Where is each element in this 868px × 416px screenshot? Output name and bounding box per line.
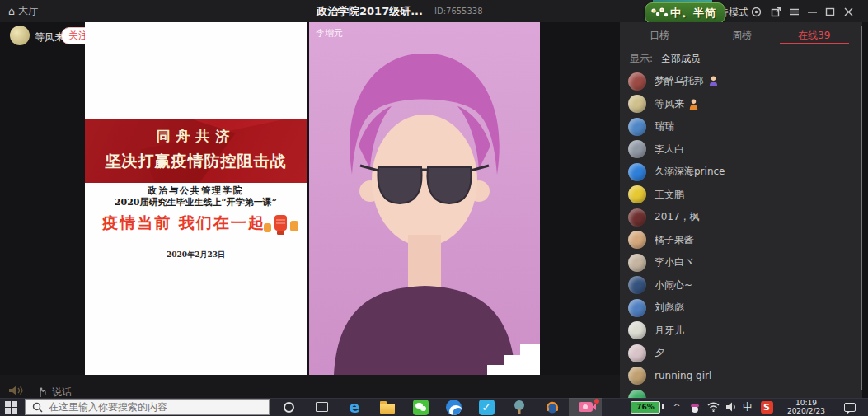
sogou-letter: S (761, 401, 773, 414)
member-avatar (628, 276, 646, 294)
member-name: 等风来 (655, 97, 684, 111)
member-row[interactable]: 刘彪彪 (620, 297, 859, 320)
hand-speak-icon (38, 387, 48, 398)
member-row[interactable]: 瑞瑞 (620, 115, 859, 138)
fists-icon (263, 213, 301, 240)
member-role-badge-icon (709, 76, 718, 86)
presentation-slide: 同舟共济 坚决打赢疫情防控阻击战 政治与公共管理学院 2020届研究生毕业生线上… (85, 22, 307, 375)
speaker-horn-icon[interactable] (8, 385, 23, 396)
member-avatar (628, 231, 646, 249)
minimize-button[interactable] (806, 6, 818, 17)
user-name-badge: 中。半简 (645, 2, 725, 24)
member-row[interactable]: 等风来 (620, 93, 859, 116)
tab-daily-rank[interactable]: 日榜 (650, 29, 669, 43)
popout-icon[interactable] (770, 6, 781, 17)
task-view-icon[interactable] (305, 398, 338, 416)
member-row[interactable]: running girl (620, 365, 859, 388)
menu-icon[interactable] (788, 6, 800, 17)
room-title: 政治学院2017级研... (317, 4, 423, 19)
wifi-icon[interactable] (706, 398, 720, 416)
headset-icon[interactable] (536, 398, 569, 416)
host-name: 等风来 (35, 30, 64, 44)
clock-date: 2020/2/23 (787, 407, 825, 415)
member-avatar (628, 185, 646, 203)
video-feed[interactable]: 李增元 (309, 22, 540, 375)
member-name: 瑞瑞 (655, 119, 674, 133)
slide-banner: 同舟共济 坚决打赢疫情防控阻击战 (85, 119, 307, 183)
member-name: 王文鹏 (655, 188, 684, 202)
clock-time: 10:19 (795, 399, 817, 407)
slide-slogan: 疫情当前 我们在一起 (85, 213, 283, 234)
member-row[interactable]: 夕 (620, 342, 859, 365)
member-avatar (628, 367, 646, 385)
volume-icon[interactable] (724, 398, 739, 416)
file-explorer-icon[interactable] (371, 398, 404, 416)
member-row[interactable]: 王文鹏 (620, 184, 859, 207)
member-avatar (628, 321, 646, 339)
member-row[interactable] (620, 387, 859, 398)
banner-line1: 同舟共济 (85, 127, 307, 146)
home-icon: ⌂ (8, 5, 15, 17)
member-name: 橘子果酱 (655, 233, 694, 247)
live-camera-icon[interactable] (569, 398, 602, 416)
search-input[interactable] (47, 400, 256, 414)
start-button[interactable] (5, 401, 18, 414)
member-row[interactable]: 李小白ヾ (620, 251, 859, 274)
slide-org-line1: 政治与公共管理学院 (85, 185, 307, 197)
badge-username: 中。半简 (670, 6, 716, 21)
member-avatar (628, 344, 646, 362)
battery-percent: 76% (631, 401, 660, 414)
browser-icon[interactable] (437, 398, 470, 416)
app-bottom-bar: 说话 (0, 375, 620, 398)
banner-line2: 坚决打赢疫情防控阻击战 (85, 151, 307, 172)
member-avatar (628, 390, 646, 398)
tim-icon[interactable]: ✓ (470, 398, 503, 416)
maximize-button[interactable] (824, 6, 836, 17)
member-row[interactable]: 李大白 (620, 138, 859, 161)
member-row[interactable]: 月牙儿 (620, 320, 859, 343)
person-illustration (309, 22, 540, 375)
member-avatar (628, 299, 646, 317)
sogou-icon[interactable]: S (758, 398, 775, 416)
member-row[interactable]: 小闹心~ (620, 274, 859, 297)
member-role-badge-icon (689, 99, 698, 110)
filter-label: 显示: (630, 52, 653, 66)
member-name: 月牙儿 (655, 324, 684, 338)
edge-icon[interactable]: e (338, 398, 371, 416)
taskbar-clock[interactable]: 10:19 2020/2/23 (777, 398, 836, 416)
member-name: 2017，枫 (655, 210, 700, 224)
tree-icon[interactable] (503, 398, 536, 416)
member-row[interactable]: 梦醉乌托邦 (620, 70, 859, 93)
member-name: 久溺深海prince (655, 165, 725, 179)
active-tab-underline (780, 43, 849, 44)
qq-tray-icon[interactable] (687, 398, 702, 416)
member-row[interactable]: 久溺深海prince (620, 161, 859, 184)
filter-value[interactable]: 全部成员 (661, 52, 701, 66)
member-row[interactable]: 2017，枫 (620, 206, 859, 229)
member-name: 梦醉乌托邦 (655, 74, 704, 88)
member-name: 夕 (655, 346, 664, 360)
ime-indicator[interactable]: 中 (740, 398, 755, 416)
wechat-icon[interactable] (404, 398, 437, 416)
member-row[interactable]: 橘子果酱 (620, 229, 859, 252)
member-avatar (628, 95, 646, 113)
windows-logo-icon (5, 401, 11, 407)
battery-icon[interactable]: 76% (628, 398, 666, 416)
close-button[interactable] (842, 6, 854, 17)
tab-online[interactable]: 在线39 (798, 29, 830, 43)
chevron-up-icon[interactable]: ^ (669, 398, 684, 416)
record-mode-icon[interactable] (750, 6, 762, 17)
tab-weekly-rank[interactable]: 周榜 (732, 29, 752, 43)
notification-dot (594, 399, 599, 404)
member-name: 李小白ヾ (655, 255, 694, 269)
action-center-icon[interactable] (839, 398, 861, 416)
member-avatar (628, 140, 646, 158)
lobby-button[interactable]: ⌂ 大厅 (8, 4, 38, 18)
host-avatar[interactable] (10, 26, 30, 45)
sidebar-scrollbar[interactable] (861, 26, 862, 390)
taskbar-search[interactable] (25, 399, 270, 415)
cortana-icon[interactable] (272, 398, 305, 416)
flower-decoration-icon (649, 6, 672, 21)
member-avatar (628, 163, 646, 181)
member-name: 刘彪彪 (655, 301, 684, 315)
